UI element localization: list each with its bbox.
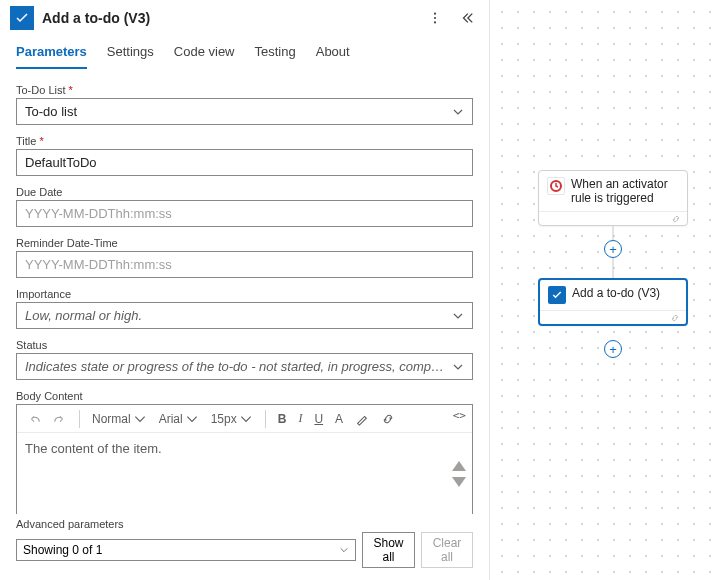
todo-list-select[interactable]: To-do list bbox=[16, 98, 473, 125]
todo-connector-icon bbox=[548, 286, 566, 304]
collapse-panel-button[interactable] bbox=[455, 6, 479, 30]
chevron-down-icon bbox=[452, 106, 464, 118]
importance-label: Importance bbox=[16, 288, 473, 300]
clear-all-button: Clear all bbox=[421, 532, 473, 568]
due-date-label: Due Date bbox=[16, 186, 473, 198]
trigger-node-label: When an activator rule is triggered bbox=[571, 177, 679, 205]
italic-button[interactable]: I bbox=[294, 409, 306, 428]
tab-parameters[interactable]: Parameters bbox=[16, 44, 87, 69]
code-view-toggle[interactable]: <> bbox=[453, 409, 466, 422]
due-date-input[interactable] bbox=[16, 200, 473, 227]
action-node[interactable]: Add a to-do (V3) bbox=[538, 278, 688, 326]
underline-button[interactable]: U bbox=[310, 410, 327, 428]
link-button[interactable] bbox=[377, 410, 399, 428]
configuration-panel: Add a to-do (V3) Parameters Settings Cod… bbox=[0, 0, 490, 580]
trigger-node[interactable]: When an activator rule is triggered bbox=[538, 170, 688, 226]
tab-code-view[interactable]: Code view bbox=[174, 44, 235, 69]
editor-content[interactable]: The content of the item. bbox=[17, 433, 472, 514]
tab-list: Parameters Settings Code view Testing Ab… bbox=[0, 36, 489, 70]
redo-button[interactable] bbox=[49, 410, 71, 428]
svg-point-0 bbox=[434, 13, 436, 15]
reminder-label: Reminder Date-Time bbox=[16, 237, 473, 249]
bold-button[interactable]: B bbox=[274, 410, 291, 428]
action-node-label: Add a to-do (V3) bbox=[572, 286, 660, 300]
tab-settings[interactable]: Settings bbox=[107, 44, 154, 69]
chevron-down-icon bbox=[452, 361, 464, 373]
svg-point-2 bbox=[434, 21, 436, 23]
reminder-input[interactable] bbox=[16, 251, 473, 278]
advanced-params-select[interactable]: Showing 0 of 1 bbox=[16, 539, 356, 561]
advanced-parameters-section: Advanced parameters Showing 0 of 1 Show … bbox=[0, 514, 489, 580]
highlight-button[interactable] bbox=[351, 410, 373, 428]
font-color-button[interactable]: A bbox=[331, 410, 347, 428]
scroll-down-button[interactable] bbox=[452, 477, 466, 487]
svg-point-1 bbox=[434, 17, 436, 19]
todo-list-label: To-Do List * bbox=[16, 84, 473, 96]
link-icon bbox=[671, 214, 681, 224]
font-size-select[interactable]: 15px bbox=[207, 410, 257, 428]
rich-text-editor: Normal Arial 15px B I U A <> The content… bbox=[16, 404, 473, 514]
link-icon bbox=[670, 313, 680, 323]
font-family-select[interactable]: Arial bbox=[155, 410, 203, 428]
title-input[interactable] bbox=[16, 149, 473, 176]
advanced-label: Advanced parameters bbox=[16, 518, 473, 530]
status-label: Status bbox=[16, 339, 473, 351]
add-step-button[interactable]: + bbox=[604, 340, 622, 358]
show-all-button[interactable]: Show all bbox=[362, 532, 415, 568]
status-select[interactable]: Indicates state or progress of the to-do… bbox=[16, 353, 473, 380]
more-menu-button[interactable] bbox=[423, 6, 447, 30]
chevron-down-icon bbox=[452, 310, 464, 322]
tab-about[interactable]: About bbox=[316, 44, 350, 69]
scroll-up-button[interactable] bbox=[452, 461, 466, 471]
add-step-button[interactable]: + bbox=[604, 240, 622, 258]
importance-select[interactable]: Low, normal or high. bbox=[16, 302, 473, 329]
todo-connector-icon bbox=[10, 6, 34, 30]
text-style-select[interactable]: Normal bbox=[88, 410, 151, 428]
panel-title: Add a to-do (V3) bbox=[42, 10, 415, 26]
body-label: Body Content bbox=[16, 390, 473, 402]
editor-toolbar: Normal Arial 15px B I U A <> bbox=[17, 405, 472, 433]
title-label: Title * bbox=[16, 135, 473, 147]
undo-button[interactable] bbox=[23, 410, 45, 428]
parameters-form: To-Do List * To-do list Title * Due Date… bbox=[0, 70, 489, 514]
flow-canvas[interactable]: When an activator rule is triggered + Ad… bbox=[490, 0, 715, 580]
activator-icon bbox=[547, 177, 565, 195]
tab-testing[interactable]: Testing bbox=[255, 44, 296, 69]
panel-header: Add a to-do (V3) bbox=[0, 0, 489, 36]
